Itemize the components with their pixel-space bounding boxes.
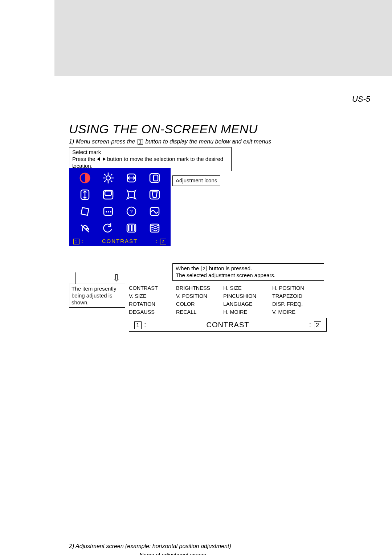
- label-color: COLOR: [176, 301, 223, 307]
- label-contrast: CONTRAST: [129, 285, 176, 291]
- svg-line-6: [104, 174, 106, 175]
- select-mark-callout: Select mark Press the button to move the…: [69, 147, 232, 171]
- label-dispfreq: DISP. FREQ.: [272, 301, 319, 307]
- button-1-glyph: 1: [138, 139, 143, 145]
- label-recall: RECALL: [176, 309, 223, 315]
- select-mark-heading: Select mark: [72, 149, 101, 155]
- osd-status-left-num: 1: [73, 239, 79, 244]
- label-hsize: H. SIZE: [223, 285, 272, 291]
- hmoire-icon[interactable]: [121, 220, 142, 236]
- page-title: USING THE ON-SCREEN MENU: [69, 122, 377, 136]
- osd-icon-grid: ?: [71, 170, 168, 236]
- label-pincushion: PINCUSHION: [223, 293, 272, 299]
- vmoire-icon[interactable]: [144, 220, 166, 236]
- leader-line: [167, 268, 172, 268]
- contrast-bar: 1 : CONTRAST : 2: [129, 318, 327, 332]
- recall-icon[interactable]: [97, 220, 119, 236]
- vsize-icon[interactable]: [74, 187, 96, 202]
- label-language: LANGUAGE: [223, 301, 272, 307]
- svg-marker-19: [152, 192, 157, 198]
- svg-point-24: [110, 211, 111, 212]
- label-hposition: H. POSITION: [272, 285, 319, 291]
- svg-rect-17: [105, 191, 111, 195]
- down-arrow-icon: ⇩: [113, 272, 121, 284]
- bar-right-num: 2: [314, 321, 321, 329]
- svg-point-1: [106, 176, 110, 180]
- svg-line-9: [111, 174, 112, 175]
- label-vmoire: V. MOIRE: [272, 309, 319, 315]
- item-shown-callout: The item presently being adjusted is sho…: [69, 284, 125, 308]
- when-2-callout: When the 2 button is pressed. The select…: [172, 263, 324, 281]
- bar-center-label: CONTRAST: [207, 321, 249, 329]
- rotation-icon[interactable]: [74, 204, 96, 219]
- label-vsize: V. SIZE: [129, 293, 176, 299]
- dispfreq-icon[interactable]: [144, 204, 166, 219]
- contrast-icon[interactable]: [74, 170, 96, 186]
- svg-point-22: [106, 211, 107, 212]
- leader-line: [75, 272, 76, 284]
- svg-line-7: [111, 181, 112, 182]
- label-rotation: ROTATION: [129, 301, 176, 307]
- step-2-caption: 2) Adjustment screen (example: horizonta…: [69, 543, 377, 550]
- trapezoid-icon[interactable]: [144, 187, 166, 202]
- svg-point-23: [108, 211, 109, 212]
- label-brightness: BRIGHTNESS: [176, 285, 223, 291]
- degauss-icon[interactable]: [74, 220, 96, 236]
- label-trapezoid: TRAPEZOID: [272, 293, 319, 299]
- brightness-icon[interactable]: [97, 170, 119, 186]
- osd-status-label: CONTRAST: [102, 238, 138, 244]
- page-body: US-5 USING THE ON-SCREEN MENU 1) Menu sc…: [0, 94, 392, 555]
- label-degauss: DEGAUSS: [129, 309, 176, 315]
- osd-menu: ? 1 : CONTRAST : 2: [69, 168, 171, 246]
- pincushion-icon[interactable]: [121, 187, 142, 202]
- adjustment-labels-grid: CONTRAST BRIGHTNESS H. SIZE H. POSITION …: [129, 285, 319, 315]
- page-code: US-5: [69, 94, 370, 104]
- left-arrow-icon: [97, 157, 100, 161]
- label-vposition: V. POSITION: [176, 293, 223, 299]
- step-1-caption: 1) Menu screen-press the 1 button to dis…: [69, 138, 377, 145]
- language-icon[interactable]: ?: [121, 204, 142, 219]
- svg-rect-13: [154, 175, 158, 181]
- svg-line-8: [104, 181, 106, 182]
- bar-left-num: 1: [134, 321, 142, 329]
- svg-rect-20: [81, 207, 89, 215]
- osd-status-bar: 1 : CONTRAST : 2: [71, 236, 168, 246]
- hposition-icon[interactable]: [144, 170, 166, 186]
- hsize-icon[interactable]: [121, 170, 142, 186]
- color-icon[interactable]: [97, 204, 119, 219]
- header-band: [54, 0, 392, 76]
- label-hmoire: H. MOIRE: [223, 309, 272, 315]
- osd-status-right-num: 2: [160, 239, 166, 244]
- menu-figure: Select mark Press the button to move the…: [69, 147, 377, 336]
- svg-text:?: ?: [130, 209, 133, 214]
- vposition-icon[interactable]: [97, 187, 119, 202]
- right-arrow-icon: [103, 157, 106, 161]
- button-2-glyph: 2: [201, 266, 207, 271]
- adjustment-icons-callout: Adjustment icons: [172, 175, 220, 186]
- name-of-screen-callout: Name of adjustment screen: [140, 552, 206, 555]
